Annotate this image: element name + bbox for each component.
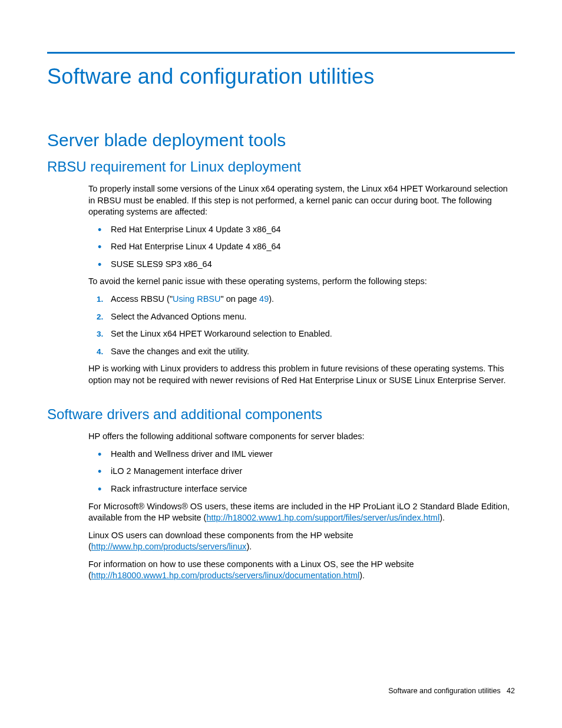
list-item: Red Hat Enterprise Linux 4 Update 3 x86_…	[88, 224, 515, 236]
affected-os-list: Red Hat Enterprise Linux 4 Update 3 x86_…	[88, 224, 515, 271]
ms-windows-paragraph: For Microsoft® Windows® OS users, these …	[88, 501, 515, 524]
chapter-title: Software and configuration utilities	[47, 64, 515, 89]
rbsu-intro-paragraph: To properly install some versions of the…	[88, 183, 515, 218]
paragraph-text: ).	[439, 513, 445, 522]
top-rule	[47, 52, 515, 54]
paragraph-text: ).	[246, 542, 252, 551]
step-text: Access RBSU ("	[111, 294, 173, 304]
paragraph-text: ).	[359, 571, 365, 580]
page-footer: Software and configuration utilities 42	[388, 687, 515, 695]
footer-label: Software and configuration utilities	[388, 687, 500, 695]
list-item: Health and Wellness driver and IML viewe…	[88, 449, 515, 460]
list-item: Rack infrastructure interface service	[88, 483, 515, 495]
subsection-title-software-drivers: Software drivers and additional componen…	[47, 406, 515, 423]
section-title-deployment-tools: Server blade deployment tools	[47, 130, 515, 150]
rbsu-closing-paragraph: HP is working with Linux providers to ad…	[88, 363, 515, 386]
subsection-title-rbsu-linux: RBSU requirement for Linux deployment	[47, 159, 515, 175]
cross-reference-link[interactable]: Using RBSU	[173, 294, 220, 304]
step-item: Select the Advanced Options menu.	[88, 311, 515, 323]
footer-page-number: 42	[507, 687, 515, 695]
step-text: ).	[269, 294, 274, 304]
list-item: SUSE SLES9 SP3 x86_64	[88, 259, 515, 271]
step-item: Access RBSU ("Using RBSU" on page 49).	[88, 294, 515, 305]
cross-reference-page[interactable]: 49	[259, 294, 269, 304]
step-item: Set the Linux x64 HPET Workaround select…	[88, 328, 515, 340]
document-page: Software and configuration utilities Ser…	[0, 0, 562, 728]
rbsu-steps-list: Access RBSU ("Using RBSU" on page 49). S…	[88, 294, 515, 357]
hp-linux-products-link[interactable]: http://www.hp.com/products/servers/linux	[91, 542, 247, 551]
linux-download-paragraph: Linux OS users can download these compon…	[88, 530, 515, 553]
drivers-intro-paragraph: HP offers the following additional softw…	[88, 431, 515, 443]
list-item: Red Hat Enterprise Linux 4 Update 4 x86_…	[88, 241, 515, 253]
hp-support-link[interactable]: http://h18002.www1.hp.com/support/files/…	[206, 513, 439, 522]
step-text: " on page	[220, 294, 259, 304]
rbsu-body: To properly install some versions of the…	[88, 183, 515, 386]
linux-info-paragraph: For information on how to use these comp…	[88, 559, 515, 582]
list-item: iLO 2 Management interface driver	[88, 466, 515, 477]
hp-linux-docs-link[interactable]: http://h18000.www1.hp.com/products/serve…	[91, 571, 359, 580]
step-item: Save the changes and exit the utility.	[88, 346, 515, 358]
components-list: Health and Wellness driver and IML viewe…	[88, 449, 515, 495]
avoid-intro-paragraph: To avoid the kernel panic issue with the…	[88, 276, 515, 288]
drivers-body: HP offers the following additional softw…	[88, 431, 515, 582]
